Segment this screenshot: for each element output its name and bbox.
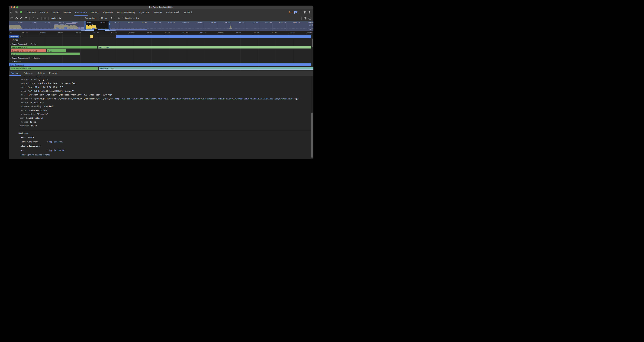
network-request-marker[interactable] [90, 35, 93, 38]
load-profile-button[interactable] [31, 16, 35, 20]
flame-event-bar[interactable]: fetch (…/api) [98, 46, 311, 49]
left-window-handle[interactable] [84, 21, 86, 30]
record-button[interactable] [14, 16, 18, 20]
tab-summary[interactable]: Summary [9, 71, 22, 76]
performance-toolbar: localhost #4 ▼ Screenshots Memory Dim 3r… [9, 16, 314, 21]
flame-event-bar[interactable]: delay [11, 53, 80, 55]
window-title: DevTools - localhost:3000/ [9, 6, 314, 8]
dim-3rd-parties-checkbox[interactable]: Dim 3rd parties [122, 17, 139, 19]
flame-event-bar[interactable]: await delay (deferred text) [10, 67, 98, 70]
help-button[interactable]: ? [308, 16, 312, 20]
property-key: bodyUsed [20, 125, 29, 127]
property-row-report-to: report-to"{\"group\":\"cf-nel\",\"max_ag… [20, 97, 314, 101]
tab-bottom-up[interactable]: Bottom-up [22, 71, 35, 76]
flame-event-bar[interactable]: delay (deferred text) [11, 46, 97, 49]
tab-sources[interactable]: Sources [50, 9, 62, 16]
show-ignore-listed-frames-link[interactable]: Show ignore-listed frames [20, 154, 50, 156]
react-atom-icon [26, 43, 28, 45]
tab-components[interactable]: Components [164, 9, 182, 16]
screenshots-checkbox[interactable]: Screenshots [82, 17, 96, 19]
property-key: transfer-encoding [21, 105, 41, 108]
message-bubble-icon [294, 11, 297, 13]
report-url-link[interactable]: https://a.nel.cloudflare.com/report/v4?s… [114, 98, 294, 100]
cpu-net-divider [9, 29, 314, 29]
memory-checkbox[interactable]: Memory [98, 17, 108, 19]
property-key: x-powered-by [21, 113, 35, 115]
property-row-date: date"Wed, 01 Oct 2025 18:32:01 GMT" [20, 85, 314, 89]
collect-garbage-button[interactable] [110, 16, 114, 20]
network-track-grip[interactable]: ⋮⋮ [20, 35, 22, 38]
tab-elements[interactable]: Elements [25, 9, 38, 16]
property-value: "W/\"4b1-RjEJloX9kRinu6F0MAZMmy6E5iA\"" [28, 90, 74, 92]
flame-event-bar[interactable]: delayedError (…ayed exception) [11, 49, 46, 52]
tab-label: Lighthouse [140, 11, 150, 14]
flame-scrollbar-thumb[interactable] [312, 39, 313, 48]
capture-settings-gear-button[interactable] [303, 16, 307, 20]
source-location-link[interactable]: App.js:190:16 [49, 149, 64, 152]
section-title: Server Components [12, 57, 28, 59]
flame-chart[interactable]: ▶Network⋮⋮▶Timings▼Server Requests— Cust… [9, 35, 314, 71]
stack-frame: await fetch [20, 136, 314, 139]
device-toolbar-icon[interactable] [14, 10, 18, 14]
inspect-element-icon[interactable] [10, 10, 14, 14]
overview-tick-label: 1,297 ms [176, 22, 189, 23]
section-header-server-components[interactable]: ▼Server Components— Custom [9, 57, 40, 59]
issues-warning-badge[interactable]: 1 [288, 11, 293, 14]
tab-console[interactable]: Console [38, 9, 50, 16]
tab-call-tree[interactable]: Call tree [35, 71, 47, 76]
overview-tick-label: 97 ms [9, 22, 22, 23]
kebab-menu-button[interactable]: ⋮ [308, 10, 312, 14]
property-key: report-to [21, 98, 32, 100]
ruler-tick-label: 647 ms [165, 32, 170, 34]
property-row-connection: connection"keep-alive" [20, 76, 314, 78]
subgroup-header-primary[interactable]: ▼Primary [11, 61, 20, 63]
tab-performance[interactable]: Performance [73, 9, 89, 16]
tab-memory[interactable]: Memory [89, 9, 100, 16]
save-profile-button[interactable] [36, 16, 40, 20]
right-window-handle[interactable] [108, 21, 110, 30]
ruler-tick-label: 677 ms [218, 32, 224, 34]
flame-event-bar[interactable]: delay [47, 49, 66, 52]
settings-gear-button[interactable] [303, 10, 307, 14]
overview-tick-label: 397 ms [51, 22, 64, 23]
issues-message-badge[interactable]: 1 [294, 11, 298, 13]
tab-event-log[interactable]: Event log [47, 71, 60, 76]
tab-lighthouse[interactable]: Lighthouse [138, 9, 152, 16]
track-label-network[interactable]: ▶Network [9, 35, 19, 38]
home-button[interactable] [43, 16, 47, 20]
react-atom-icon [190, 11, 192, 13]
tab-privacy-and-security[interactable]: Privacy and security [115, 9, 137, 16]
flame-event-label: delay [47, 50, 52, 52]
toggle-sidebar-button[interactable] [10, 16, 14, 20]
screenshots-label: Screenshots [85, 17, 96, 19]
track-label-timings[interactable]: ▶Timings [10, 39, 18, 41]
tab-profiler[interactable]: Profiler [182, 9, 194, 16]
source-location-link[interactable]: App.js:128:9 [49, 141, 63, 143]
tab-network[interactable]: Network [62, 9, 73, 16]
flame-event-bar[interactable]: ServerComponent [9, 63, 311, 66]
history-select[interactable]: localhost #4 ▼ [50, 17, 78, 19]
reload-and-record-button[interactable] [19, 16, 23, 20]
tab-application[interactable]: Application [100, 9, 115, 16]
stack-frame: ServerComponent@App.js:128:9 [20, 141, 314, 143]
clear-recording-button[interactable] [24, 16, 28, 20]
tab-label: Bottom-up [24, 72, 33, 74]
tab-label: Summary [11, 72, 19, 74]
separator [30, 17, 30, 20]
property-row-transfer-encoding: transfer-encoding"chunked" [20, 105, 314, 108]
compress-view-button[interactable] [117, 16, 121, 20]
flame-event-bar[interactable]: await fetch (…/api) [99, 67, 314, 70]
section-header-server-requests[interactable]: ▼Server Requests— Custom [9, 43, 37, 45]
react-devtools-icon[interactable] [19, 10, 23, 14]
checkbox-box [98, 17, 100, 19]
property-value: "{\"report_to\":\"cf-nel\",\"success_fra… [26, 94, 112, 96]
tab-recorder[interactable]: Recorder [152, 9, 164, 16]
ruler-tick-label: 567 ms [22, 32, 28, 34]
details-scrollbar-thumb[interactable] [312, 113, 313, 158]
overview-tick-label: 2,097 ms [287, 22, 300, 23]
frame-name: App [20, 149, 47, 152]
timeline-overview[interactable]: 97 ms197 ms297 ms397 ms497 ms597 ms697 m… [9, 21, 314, 31]
network-request-bar[interactable] [116, 35, 312, 38]
ruler-tick-label: 597 ms [76, 32, 81, 34]
property-value: "gzip" [42, 78, 49, 81]
